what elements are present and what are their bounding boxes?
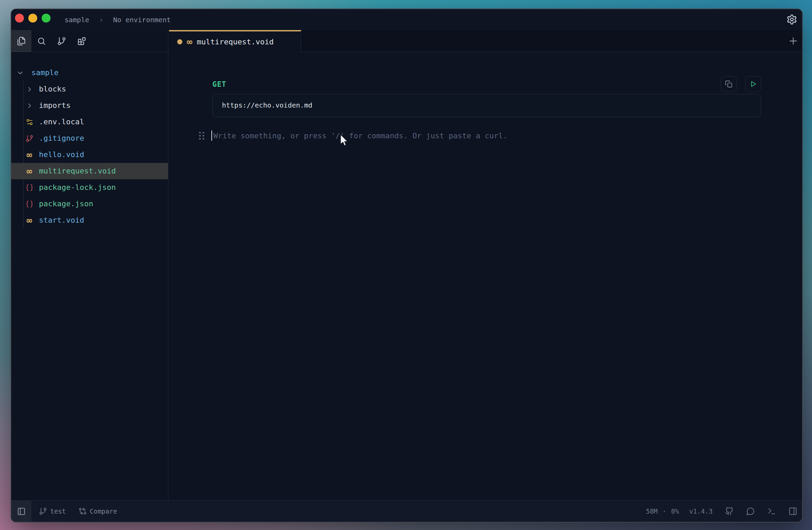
editor-line[interactable]: Write something, or press '/' for comman… bbox=[11, 131, 802, 141]
copy-icon bbox=[725, 80, 732, 88]
git-compare-icon bbox=[79, 507, 87, 515]
text-caret bbox=[211, 130, 212, 141]
tab-label: multirequest.void bbox=[197, 38, 274, 46]
braces-icon bbox=[26, 184, 33, 192]
infinity-icon: ∞ bbox=[187, 37, 192, 46]
tree-item-env-local[interactable]: .env.local bbox=[11, 114, 168, 130]
compare-button[interactable]: Compare bbox=[79, 507, 117, 515]
tree-item-sample-root[interactable]: sample bbox=[11, 65, 168, 81]
sliders-icon bbox=[26, 118, 33, 126]
play-icon bbox=[750, 80, 757, 88]
chevron-down-icon bbox=[16, 69, 24, 77]
url-value: https://echo.voiden.md bbox=[213, 94, 761, 116]
titlebar: sample › No environment bbox=[11, 9, 802, 30]
tree-item-label: multirequest.void bbox=[39, 163, 116, 179]
tree-item-label: blocks bbox=[39, 81, 66, 97]
copy-request-button[interactable] bbox=[721, 76, 737, 92]
compare-label: Compare bbox=[90, 507, 117, 515]
modified-dot-icon bbox=[177, 39, 182, 44]
panel-left-icon bbox=[17, 507, 26, 516]
url-input[interactable]: https://echo.voiden.md bbox=[212, 94, 761, 117]
breadcrumb-chevron-icon: › bbox=[99, 16, 103, 24]
resource-meter: 58M · 0% bbox=[646, 507, 679, 515]
tab-multirequest[interactable]: ∞ multirequest.void bbox=[169, 30, 301, 52]
git-branch-icon bbox=[57, 37, 66, 46]
editor-placeholder: Write something, or press '/' for comman… bbox=[213, 131, 507, 141]
status-bar: test Compare 58M · 0% v1.4.3 bbox=[11, 500, 802, 522]
tree-item-label: imports bbox=[39, 97, 71, 114]
tree-item-label: start.void bbox=[39, 212, 84, 228]
sidebar-divider bbox=[168, 30, 168, 500]
activity-blocks-button[interactable] bbox=[72, 30, 92, 52]
blocks-icon bbox=[77, 37, 86, 46]
chevron-right-icon bbox=[26, 85, 33, 93]
tree-item-label: hello.void bbox=[39, 147, 84, 163]
new-tab-button[interactable] bbox=[788, 36, 799, 46]
tree-item-label: package-lock.json bbox=[39, 179, 116, 196]
activity-search-button[interactable] bbox=[31, 30, 52, 52]
terminal-icon[interactable] bbox=[767, 507, 776, 516]
braces-icon bbox=[26, 200, 33, 208]
tree-item-package-lock-json[interactable]: package-lock.json bbox=[11, 179, 168, 196]
file-tree: sample blocks imports .env.local .gitign… bbox=[11, 52, 168, 500]
drag-handle-icon[interactable] bbox=[199, 132, 205, 141]
tree-item-label: .env.local bbox=[39, 114, 84, 130]
tree-item-blocks[interactable]: blocks bbox=[11, 81, 168, 97]
activity-git-branch-button[interactable] bbox=[52, 30, 72, 52]
breadcrumb: sample › No environment bbox=[65, 9, 171, 30]
tree-item-label: sample bbox=[31, 65, 58, 81]
infinity-icon: ∞ bbox=[27, 167, 32, 176]
http-method-label[interactable]: GET bbox=[212, 78, 226, 91]
files-icon bbox=[17, 37, 26, 46]
app-window: sample › No environment sample blocks im… bbox=[11, 9, 803, 522]
app-version: v1.4.3 bbox=[689, 507, 713, 515]
project-name: sample bbox=[65, 16, 89, 24]
maximize-window-button[interactable] bbox=[42, 14, 51, 23]
tree-item-imports[interactable]: imports bbox=[11, 97, 168, 114]
run-request-button[interactable] bbox=[745, 76, 761, 92]
git-branch-icon bbox=[39, 507, 47, 515]
github-icon[interactable] bbox=[725, 507, 734, 516]
toggle-left-panel-button[interactable] bbox=[11, 501, 31, 522]
tree-item-multirequest-void[interactable]: ∞ multirequest.void bbox=[11, 163, 168, 179]
tree-item-label: package.json bbox=[39, 196, 93, 212]
git-branch-selector[interactable]: test bbox=[39, 507, 66, 515]
chevron-right-icon bbox=[26, 102, 33, 110]
tree-item-hello-void[interactable]: ∞ hello.void bbox=[11, 147, 168, 163]
minimize-window-button[interactable] bbox=[28, 14, 37, 23]
cpu-usage: 0% bbox=[671, 507, 679, 515]
infinity-icon: ∞ bbox=[27, 216, 32, 225]
activity-files-button[interactable] bbox=[11, 30, 31, 52]
memory-usage: 58M bbox=[646, 507, 658, 515]
settings-gear-icon[interactable] bbox=[786, 14, 797, 25]
tree-item-package-json[interactable]: package.json bbox=[11, 196, 168, 212]
activity-bar bbox=[11, 30, 168, 52]
close-window-button[interactable] bbox=[15, 14, 24, 23]
mouse-cursor bbox=[337, 133, 351, 147]
environment-selector[interactable]: No environment bbox=[113, 16, 171, 24]
feedback-chat-icon[interactable] bbox=[746, 507, 755, 516]
panel-right-icon[interactable] bbox=[788, 507, 797, 516]
tab-bar: ∞ multirequest.void bbox=[168, 30, 802, 52]
meter-separator: · bbox=[662, 507, 666, 515]
tree-item-start-void[interactable]: ∞ start.void bbox=[11, 212, 168, 228]
infinity-icon: ∞ bbox=[27, 150, 32, 159]
search-icon bbox=[37, 37, 46, 46]
branch-name: test bbox=[50, 507, 66, 515]
